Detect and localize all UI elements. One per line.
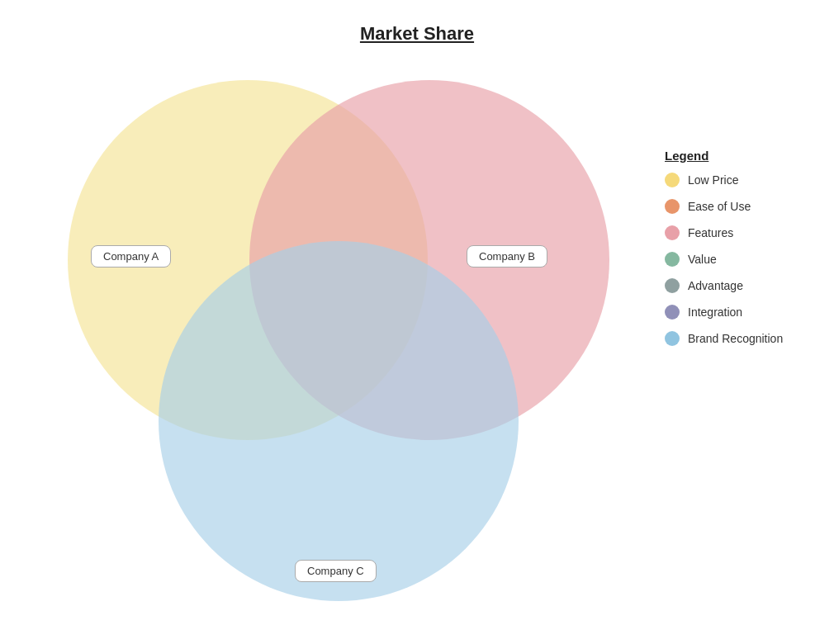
circle-c — [159, 241, 519, 601]
company-c-label: Company C — [295, 560, 377, 582]
chart-title: Market Share — [0, 0, 834, 45]
legend-item-low-price: Low Price — [665, 173, 817, 187]
legend: Legend Low Price Ease of Use Features Va… — [665, 149, 817, 358]
legend-dot-features — [665, 225, 680, 240]
legend-dot-integration — [665, 305, 680, 320]
legend-label-advantage: Advantage — [688, 279, 743, 292]
legend-dot-value — [665, 252, 680, 267]
legend-title: Legend — [665, 149, 817, 163]
legend-item-integration: Integration — [665, 305, 817, 320]
legend-label-brand-recognition: Brand Recognition — [688, 332, 783, 345]
legend-item-features: Features — [665, 225, 817, 240]
legend-label-features: Features — [688, 226, 733, 239]
legend-dot-brand-recognition — [665, 331, 680, 346]
legend-item-ease-of-use: Ease of Use — [665, 199, 817, 214]
legend-dot-advantage — [665, 278, 680, 293]
legend-label-ease-of-use: Ease of Use — [688, 200, 751, 213]
legend-label-low-price: Low Price — [688, 173, 738, 187]
legend-label-value: Value — [688, 253, 717, 266]
company-a-label: Company A — [91, 245, 171, 268]
chart-area: Company A Company B Company C — [0, 50, 677, 636]
venn-diagram — [0, 50, 677, 636]
legend-dot-ease-of-use — [665, 199, 680, 214]
legend-dot-low-price — [665, 173, 680, 187]
company-b-label: Company B — [467, 245, 547, 268]
legend-item-advantage: Advantage — [665, 278, 817, 293]
legend-label-integration: Integration — [688, 305, 742, 319]
legend-item-brand-recognition: Brand Recognition — [665, 331, 817, 346]
legend-item-value: Value — [665, 252, 817, 267]
